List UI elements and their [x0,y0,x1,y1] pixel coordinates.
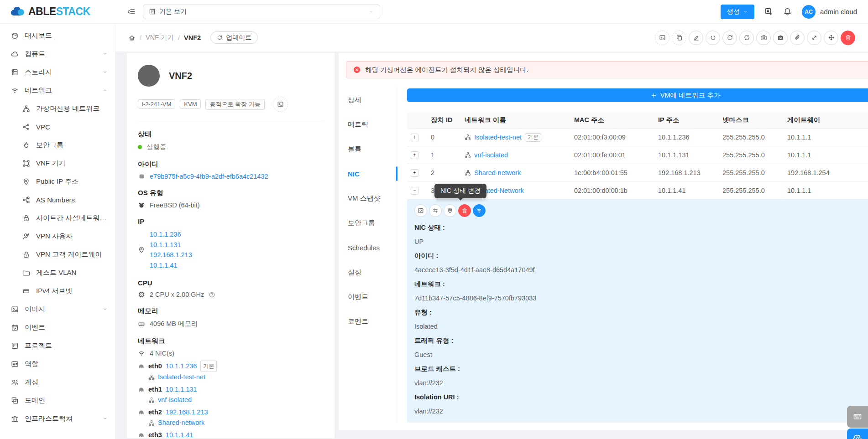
sidebar-item-vpn-users[interactable]: VPN 사용자 [0,227,115,245]
network-link[interactable]: vnf-isolated [474,151,508,159]
detail-tabs: 상세 메트릭 볼륨 NIC VM 스냅샷 보안그룹 Schedules 설정 이… [346,87,397,423]
sidebar-item-ipv4-subnet[interactable]: IPv4 서브넷 [0,282,115,300]
tab-settings[interactable]: 설정 [346,260,397,284]
delete-nic-button[interactable] [458,204,471,217]
sidebar-item-events[interactable]: 이벤트 [0,318,115,336]
nic-ip-link[interactable]: 10.1.1.236 [166,361,197,372]
sidebar-item-storage[interactable]: 스토리지 [0,63,115,81]
nic-network-link[interactable]: Shared-network [158,418,204,428]
sidebar-item-as-numbers[interactable]: AS Numbers [0,191,115,209]
view-selector[interactable]: 기본 보기 [143,5,380,19]
vm-snapshot-button[interactable] [756,31,771,45]
sidebar-item-dashboard[interactable]: 대시보드 [0,26,115,45]
sidebar-item-vnf-appliances[interactable]: VNF 기기 [0,154,115,172]
tab-events[interactable]: 이벤트 [346,284,397,309]
expand-row-button[interactable]: + [411,151,418,159]
copy-button[interactable] [672,31,686,45]
attach-iso-button[interactable] [790,31,805,45]
sidebar-item-vpc[interactable]: VPC [0,118,115,136]
tab-schedules[interactable]: Schedules [346,235,397,260]
fire-icon [22,141,30,149]
notifications-bell-icon[interactable] [783,7,792,16]
home-icon[interactable] [128,34,136,41]
ip-address-link[interactable]: 10.1.1.41 [150,260,192,271]
sidebar-item-network[interactable]: 네트워크 [0,81,115,99]
nic-ip-link[interactable]: 192.168.1.213 [166,407,208,418]
scale-vm-button[interactable] [824,31,838,45]
tab-nic[interactable]: NIC [346,161,397,186]
nic-tab-panel: VM에 네트워크 추가 장치 ID 네트워크 이름 MAC 주소 IP 주소 넷… [397,87,868,423]
sidebar-item-infrastructure[interactable]: 인프라스트럭쳐 [0,409,115,428]
vm-detail-card: 해당 가상머신은 에이전트가 설치되지 않은 상태입니다. 상세 메트릭 볼륨 … [339,53,868,430]
ethernet-icon [138,409,145,416]
sidebar-fold-icon[interactable] [127,7,136,16]
keyboard-panel-button[interactable] [847,406,868,428]
ip-address-link[interactable]: 10.1.1.131 [150,240,192,250]
project-view-icon [149,8,156,15]
tab-security-groups[interactable]: 보안그룹 [346,211,397,235]
update-button[interactable]: 업데이트 [210,31,258,44]
nic-table-row[interactable]: + 1 vnf-isolated 02:01:00:fe:00:01 10.1.… [407,146,868,164]
console-button[interactable] [655,31,669,45]
volume-snapshot-button[interactable] [773,31,788,45]
console-quick-button[interactable] [273,97,288,112]
sidebar-item-security-groups[interactable]: 보안그룹 [0,136,115,154]
create-button[interactable]: 생성 [721,5,754,19]
sidebar-item-roles[interactable]: 역할 [0,355,115,373]
network-link[interactable]: Shared-network [474,169,521,176]
nic-ip-link[interactable]: 10.1.1.131 [166,384,197,395]
reboot-vm-button[interactable] [722,31,737,45]
camera-filled-icon [777,34,784,41]
user-menu[interactable]: AC admin cloud [802,5,857,19]
sidebar-item-site-to-site-vpn[interactable]: 사이트간 사설네트워크(VP... [0,209,115,227]
cpu-value: 2 CPU x 2.00 GHz [150,291,204,298]
reload-icon [217,35,223,41]
network-link[interactable]: Isolated-test-net [474,134,522,141]
vm-id-value[interactable]: e79b975f-a5c9-4fb9-a2df-efb6a4c21432 [150,173,268,180]
trash-icon [461,207,468,214]
sidebar-item-images[interactable]: 이미지 [0,300,115,318]
sidebar-item-accounts[interactable]: 계정 [0,373,115,391]
tab-details[interactable]: 상세 [346,88,397,112]
collapse-row-button[interactable]: − [411,187,418,195]
secondary-ip-button[interactable] [444,204,456,217]
sidebar-item-vpn-customer-gateway[interactable]: VPN 고객 게이트웨이 [0,245,115,263]
settings-button[interactable] [847,429,868,439]
nic-network-link[interactable]: Isolated-test-net [158,372,205,382]
language-translate-icon[interactable] [764,7,773,16]
tab-volumes[interactable]: 볼륨 [346,137,397,161]
change-nic-state-button[interactable] [473,204,486,217]
power-icon [710,34,716,41]
expand-row-button[interactable]: + [411,134,418,141]
destroy-vm-button[interactable] [841,31,855,45]
nic-ip-link[interactable]: 10.1.1.41 [166,430,193,438]
nic-table-row[interactable]: + 2 Shared-network 1e:00:b4:00:01:55 192… [407,164,868,182]
question-circle-icon[interactable] [209,291,215,298]
nic-table: 장치 ID 네트워크 이름 MAC 주소 IP 주소 넷마스크 게이트웨이 + … [407,112,868,423]
expand-row-button[interactable]: + [411,169,418,177]
sidebar-item-projects[interactable]: 프로젝트 [0,336,115,355]
migrate-vm-button[interactable] [807,31,821,45]
breadcrumb-section-link[interactable]: VNF 기기 [146,33,174,42]
change-ip-button[interactable] [429,204,442,217]
update-nic-button[interactable] [414,204,427,217]
sidebar-item-domains[interactable]: 도메인 [0,391,115,409]
app-logo[interactable]: ABLESTACK [0,5,115,18]
nic-table-row[interactable]: + 0 Isolated-test-net기본 02:01:00:f3:00:0… [407,129,868,146]
add-network-to-vm-button[interactable]: VM에 네트워크 추가 [407,88,868,102]
reinstall-vm-button[interactable] [739,31,754,45]
sidebar-item-public-ip[interactable]: Public IP 주소 [0,172,115,191]
tab-vm-snapshots[interactable]: VM 스냅샷 [346,186,397,211]
sidebar-item-guest-networks[interactable]: 가상머신용 네트워크 [0,99,115,118]
tab-comments[interactable]: 코멘트 [346,309,397,334]
tab-metrics[interactable]: 메트릭 [346,112,397,137]
nic-network-link[interactable]: vnf-isolated [158,395,192,405]
sidebar-item-guest-vlan[interactable]: 게스트 VLAN [0,263,115,282]
subnet-icon [22,287,30,295]
ip-address-link[interactable]: 10.1.1.236 [150,229,192,240]
edit-button[interactable] [689,31,703,45]
stop-vm-button[interactable] [706,31,720,45]
ip-address-link[interactable]: 192.168.1.213 [150,250,192,260]
sidebar-item-compute[interactable]: 컴퓨트 [0,45,115,63]
page-content: VNF2 i-2-241-VM KVM 동적으로 확장 가능 상태 실행중 아이… [115,52,868,439]
